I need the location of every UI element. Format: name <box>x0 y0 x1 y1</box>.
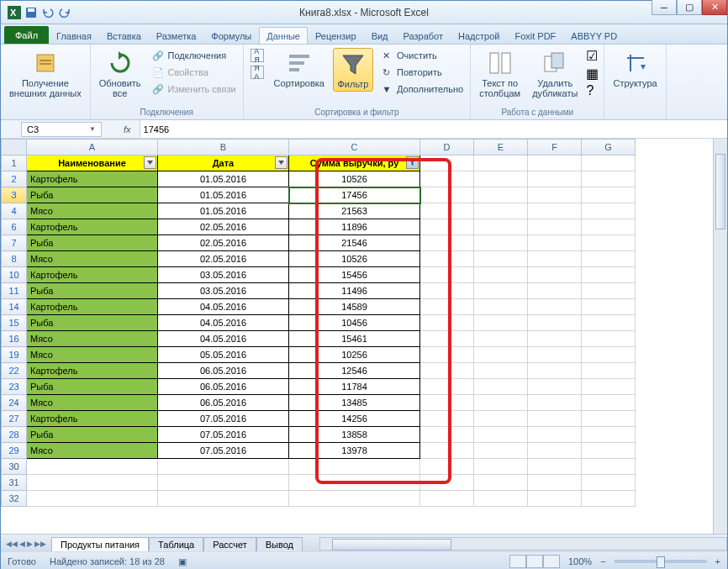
col-header-F[interactable]: F <box>528 140 582 155</box>
cell-name[interactable]: Рыба <box>27 427 158 443</box>
cell[interactable] <box>582 427 636 443</box>
reapply-button[interactable]: ↻Повторить <box>378 65 465 80</box>
namebox-dropdown-icon[interactable]: ▼ <box>89 125 96 133</box>
minimize-button[interactable]: ─ <box>652 0 677 15</box>
cell[interactable] <box>582 395 636 411</box>
cell[interactable] <box>582 443 636 459</box>
cell[interactable] <box>582 411 636 427</box>
row-header[interactable]: 22 <box>2 363 27 379</box>
remove-duplicates-button[interactable]: Удалить дубликаты <box>529 48 581 100</box>
formula-bar[interactable]: 17456 <box>140 120 727 138</box>
row-header[interactable]: 29 <box>2 443 27 459</box>
cell-revenue[interactable]: 21546 <box>289 235 420 251</box>
cell[interactable] <box>528 411 582 427</box>
cell-revenue[interactable]: 10256 <box>289 347 420 363</box>
cell[interactable] <box>528 427 582 443</box>
cell[interactable] <box>528 443 582 459</box>
sort-button[interactable]: Сортировка <box>271 48 328 90</box>
tab-file[interactable]: Файл <box>4 26 49 44</box>
zoom-in-button[interactable]: + <box>715 556 720 566</box>
cell-name[interactable]: Картофель <box>27 219 158 235</box>
cell-name[interactable]: Картофель <box>27 267 158 283</box>
cell[interactable] <box>474 203 528 219</box>
cell-revenue[interactable]: 10526 <box>289 251 420 267</box>
tab-home[interactable]: Главная <box>49 27 99 44</box>
cell-name[interactable]: Мясо <box>27 347 158 363</box>
name-box[interactable]: C3▼ <box>21 122 102 137</box>
cell[interactable] <box>582 171 636 187</box>
cell[interactable] <box>474 219 528 235</box>
cell[interactable] <box>528 171 582 187</box>
row-header[interactable]: 28 <box>2 427 27 443</box>
filter-button[interactable]: Фильтр <box>333 48 373 92</box>
cell-revenue[interactable]: 21563 <box>289 203 420 219</box>
row-header[interactable]: 15 <box>2 315 27 331</box>
cell[interactable] <box>582 331 636 347</box>
cell-date[interactable]: 05.05.2016 <box>158 347 289 363</box>
cell-date[interactable]: 03.05.2016 <box>158 283 289 299</box>
sort-az-button[interactable]: АЯ <box>249 48 266 63</box>
cell[interactable] <box>528 363 582 379</box>
cell[interactable] <box>420 363 474 379</box>
get-external-data-button[interactable]: Получение внешних данных <box>6 48 85 100</box>
cell[interactable] <box>528 347 582 363</box>
cell[interactable] <box>528 219 582 235</box>
qat-redo[interactable] <box>58 6 71 19</box>
cell[interactable] <box>582 187 636 203</box>
cell-name[interactable]: Мясо <box>27 443 158 459</box>
row-header[interactable]: 8 <box>2 251 27 267</box>
connections-button[interactable]: 🔗Подключения <box>150 48 238 63</box>
row-header[interactable]: 11 <box>2 283 27 299</box>
zoom-slider[interactable] <box>615 560 707 563</box>
cell[interactable] <box>420 411 474 427</box>
row-header[interactable]: 30 <box>2 459 27 475</box>
cell-date[interactable]: 03.05.2016 <box>158 267 289 283</box>
cell-name[interactable]: Рыба <box>27 187 158 203</box>
text-to-columns-button[interactable]: Текст по столбцам <box>476 48 524 100</box>
worksheet-grid[interactable]: A B C D E F G 1 Наименование Дата Сумма … <box>1 139 636 507</box>
cell[interactable] <box>528 331 582 347</box>
cell[interactable] <box>582 155 636 171</box>
cell[interactable] <box>474 187 528 203</box>
clear-filter-button[interactable]: ✕Очистить <box>378 48 465 63</box>
tab-review[interactable]: Рецензир <box>308 27 364 44</box>
cell-name[interactable]: Мясо <box>27 395 158 411</box>
maximize-button[interactable]: ▢ <box>677 0 702 15</box>
cell[interactable] <box>420 395 474 411</box>
cell[interactable] <box>528 251 582 267</box>
tab-abbyy[interactable]: ABBYY PD <box>563 27 625 44</box>
cell[interactable] <box>528 203 582 219</box>
cell[interactable] <box>528 315 582 331</box>
filter-dropdown-A[interactable] <box>144 156 156 169</box>
tab-developer[interactable]: Разработ <box>396 27 451 44</box>
cell[interactable] <box>420 267 474 283</box>
zoom-out-button[interactable]: − <box>600 556 605 566</box>
cell-date[interactable]: 04.05.2016 <box>158 331 289 347</box>
cell-revenue[interactable]: 15461 <box>289 331 420 347</box>
cell[interactable] <box>582 251 636 267</box>
edit-links-button[interactable]: 🔗Изменить связи <box>150 82 238 97</box>
cell[interactable] <box>474 395 528 411</box>
cell[interactable] <box>420 347 474 363</box>
select-all-corner[interactable] <box>2 140 27 155</box>
cell[interactable] <box>420 427 474 443</box>
cell-date[interactable]: 01.05.2016 <box>158 187 289 203</box>
col-header-C[interactable]: C <box>289 140 420 155</box>
cell[interactable] <box>528 187 582 203</box>
row-header[interactable]: 2 <box>2 171 27 187</box>
cell[interactable] <box>420 443 474 459</box>
cell-revenue[interactable]: 11896 <box>289 219 420 235</box>
col-header-G[interactable]: G <box>582 140 636 155</box>
cell-date[interactable]: 01.05.2016 <box>158 203 289 219</box>
view-layout-button[interactable] <box>526 555 543 568</box>
cell-revenue[interactable]: 14589 <box>289 299 420 315</box>
cell[interactable] <box>420 299 474 315</box>
advanced-button[interactable]: ▼Дополнительно <box>378 82 465 97</box>
tab-layout[interactable]: Разметка <box>149 27 204 44</box>
cell[interactable] <box>582 235 636 251</box>
row-header[interactable]: 1 <box>2 155 27 171</box>
sheet-tab-calc[interactable]: Рассчет <box>203 537 256 551</box>
cell[interactable] <box>474 155 528 171</box>
row-header[interactable]: 16 <box>2 331 27 347</box>
cell[interactable] <box>474 331 528 347</box>
